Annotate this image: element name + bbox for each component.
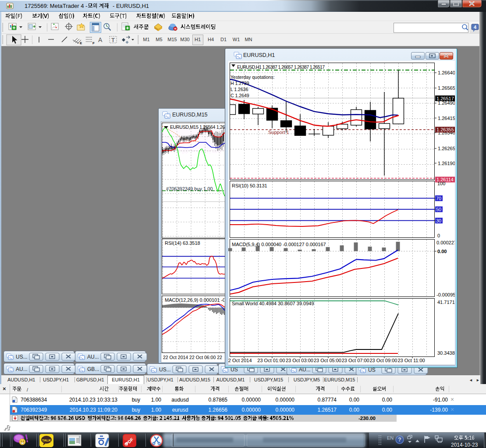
svg-text:-0.000958: -0.000958 — [436, 292, 455, 297]
svg-text:30: 30 — [436, 218, 441, 223]
svg-text:H 1.2739: H 1.2739 — [231, 81, 249, 86]
svg-text:23 Oct 03:00: 23 Oct 03:00 — [286, 358, 313, 363]
svg-text:Support 1: Support 1 — [268, 130, 289, 135]
svg-text:100: 100 — [437, 181, 445, 186]
svg-text:70: 70 — [436, 196, 441, 201]
svg-text:0.000227: 0.000227 — [436, 240, 455, 245]
svg-text:e: e — [125, 443, 127, 446]
svg-text:22 Oct 2014: 22 Oct 2014 — [228, 358, 252, 363]
svg-text:1.26415: 1.26415 — [438, 116, 455, 121]
svg-text:0: 0 — [437, 233, 440, 238]
svg-text:RSI(10) 50.3131: RSI(10) 50.3131 — [232, 183, 267, 188]
svg-text:MACD(5,9,4) 0.000040 -0.000127: MACD(5,9,4) 0.000040 -0.000127 0.000167 — [232, 242, 326, 247]
svg-text:23 Oct 09:00: 23 Oct 09:00 — [369, 358, 397, 363]
svg-text:Yesterday quotations:: Yesterday quotations: — [231, 74, 275, 80]
svg-text:A: A — [98, 36, 103, 43]
svg-text:23 Oct 07:00: 23 Oct 07:00 — [342, 358, 369, 363]
svg-text:1.26190: 1.26190 — [438, 161, 455, 166]
svg-text:23 Oct 01:00: 23 Oct 01:00 — [257, 358, 285, 363]
svg-text:TALK: TALK — [42, 438, 51, 442]
svg-text:1.26517: 1.26517 — [436, 96, 454, 101]
svg-text:1.26640: 1.26640 — [438, 70, 455, 75]
svg-text:F: F — [92, 41, 95, 45]
svg-text:1.26490: 1.26490 — [438, 100, 455, 106]
svg-text:23 Oct 05:00: 23 Oct 05:00 — [314, 358, 341, 363]
svg-text:1.26265: 1.26265 — [438, 146, 455, 151]
svg-text:23 Oct 11:00: 23 Oct 11:00 — [398, 358, 425, 363]
svg-text:C 1.2649: C 1.2649 — [231, 93, 249, 98]
svg-text:Small World 40.4984 30.8607 39: Small World 40.4984 30.8607 39.0949 — [232, 301, 314, 306]
svg-text:41.7171: 41.7171 — [437, 300, 455, 305]
svg-text:30.3438: 30.3438 — [437, 350, 455, 356]
svg-text:L 1.2636: L 1.2636 — [231, 87, 248, 92]
svg-text:0.00: 0.00 — [437, 249, 447, 254]
svg-text:1.26565: 1.26565 — [438, 85, 455, 91]
svg-text:T: T — [111, 37, 115, 43]
svg-text:EURUSD,H1 1.26387 1.26657 1.2: EURUSD,H1 1.26387 1.26657 1.26387 1.2651… — [237, 64, 325, 70]
svg-text:50: 50 — [436, 207, 441, 212]
svg-text:4: 4 — [474, 25, 477, 30]
svg-text:1.26355: 1.26355 — [436, 127, 454, 132]
svg-text:E: E — [80, 41, 82, 45]
